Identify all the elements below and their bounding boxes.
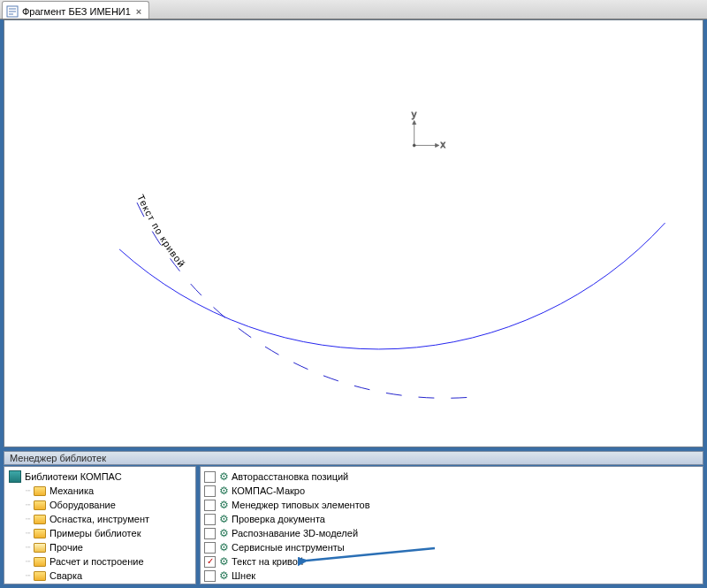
folder-icon bbox=[33, 499, 47, 511]
document-tab[interactable]: Фрагмент БЕЗ ИМЕНИ1 × bbox=[2, 1, 149, 19]
close-icon[interactable]: × bbox=[134, 6, 143, 17]
tree-item-label: Расчет и построение bbox=[49, 556, 144, 567]
folder-icon bbox=[33, 527, 47, 539]
tree-item-label: Прочие bbox=[49, 542, 83, 553]
tree-item-label: Примеры библиотек bbox=[49, 528, 141, 538]
list-item[interactable]: ⚙Проверка документа bbox=[202, 512, 701, 526]
gear-icon: ⚙ bbox=[217, 513, 230, 525]
document-tab-title: Фрагмент БЕЗ ИМЕНИ1 bbox=[22, 6, 131, 17]
list-item[interactable]: ⚙Распознавание 3D-моделей bbox=[202, 526, 701, 540]
tree-item-open[interactable]: ┈Прочие bbox=[6, 540, 194, 554]
checkbox[interactable] bbox=[204, 542, 216, 554]
axis-y-label: y bbox=[412, 109, 417, 119]
document-tab-strip: Фрагмент БЕЗ ИМЕНИ1 × bbox=[0, 0, 707, 19]
axis-indicator: x y bbox=[412, 109, 446, 150]
list-item-label: Сервисные инструменты bbox=[232, 542, 345, 553]
gear-icon: ⚙ bbox=[217, 527, 230, 539]
document-icon bbox=[6, 5, 19, 18]
gear-icon: ⚙ bbox=[217, 569, 230, 582]
tree-item[interactable]: ┈Расчет и построение bbox=[6, 554, 194, 569]
checkbox[interactable] bbox=[204, 528, 216, 539]
checkbox-checked[interactable]: ✓ bbox=[204, 556, 216, 568]
checkbox[interactable] bbox=[204, 485, 216, 497]
folder-open-icon bbox=[33, 541, 47, 554]
tree-item-label: Механика bbox=[49, 485, 94, 496]
curve-arc bbox=[119, 223, 665, 349]
library-list[interactable]: ⚙Авторасстановка позиций ⚙КОМПАС-Макро ⚙… bbox=[200, 466, 703, 584]
drawing-canvas[interactable]: x y Текст по кривой bbox=[4, 19, 703, 447]
list-item-label: Проверка документа bbox=[232, 514, 325, 524]
tree-item[interactable]: ┈Оснастка, инструмент bbox=[6, 512, 194, 526]
list-item[interactable]: ⚙Авторасстановка позиций bbox=[202, 470, 701, 484]
gear-icon: ⚙ bbox=[217, 485, 230, 497]
tree-item[interactable]: ┈Сварка bbox=[6, 569, 194, 583]
list-item[interactable]: ⚙КОМПАС-Макро bbox=[202, 484, 701, 498]
gear-icon: ⚙ bbox=[217, 470, 230, 483]
gear-icon: ⚙ bbox=[217, 555, 230, 568]
list-item[interactable]: ⚙Менеджер типовых элементов bbox=[202, 498, 701, 512]
root-icon bbox=[8, 470, 22, 483]
checkbox[interactable] bbox=[204, 500, 216, 511]
tree-item-label: Оснастка, инструмент bbox=[49, 514, 149, 524]
curve-underline-dashes bbox=[137, 202, 480, 398]
folder-icon bbox=[33, 555, 47, 568]
library-manager-title: Менеджер библиотек bbox=[4, 451, 703, 465]
checkbox[interactable] bbox=[204, 471, 216, 483]
tree-item[interactable]: ┈Оборудование bbox=[6, 498, 194, 512]
gear-icon: ⚙ bbox=[217, 499, 230, 511]
tree-root[interactable]: Библиотеки КОМПАС bbox=[6, 470, 194, 484]
list-item-label: Шнек bbox=[232, 570, 255, 581]
svg-point-5 bbox=[413, 144, 415, 147]
svg-marker-2 bbox=[436, 143, 439, 147]
checkbox[interactable] bbox=[204, 514, 216, 525]
svg-marker-4 bbox=[413, 121, 416, 125]
folder-icon bbox=[33, 569, 47, 582]
tree-root-label: Библиотеки КОМПАС bbox=[25, 471, 122, 482]
checkbox[interactable] bbox=[204, 570, 216, 582]
tree-item-label: Сварка bbox=[49, 570, 82, 581]
list-item-label: Текст на кривой bbox=[232, 556, 303, 567]
list-item-label: КОМПАС-Макро bbox=[232, 485, 305, 496]
list-item[interactable]: ⚙Сервисные инструменты bbox=[202, 540, 701, 554]
list-item-label: Менеджер типовых элементов bbox=[232, 500, 370, 510]
list-item[interactable]: ⚙Шнек bbox=[202, 569, 701, 583]
tree-item[interactable]: ┈Примеры библиотек bbox=[6, 526, 194, 540]
axis-x-label: x bbox=[441, 139, 446, 149]
tree-item-label: Оборудование bbox=[49, 500, 116, 510]
library-manager-body: Библиотеки КОМПАС ┈Механика ┈Оборудовани… bbox=[4, 466, 703, 584]
list-item-checked[interactable]: ✓⚙Текст на кривой bbox=[202, 554, 701, 569]
curved-text: Текст по кривой bbox=[135, 193, 187, 270]
library-tree[interactable]: Библиотеки КОМПАС ┈Механика ┈Оборудовани… bbox=[4, 466, 196, 584]
folder-icon bbox=[33, 485, 47, 497]
list-item-label: Авторасстановка позиций bbox=[232, 471, 348, 482]
tree-item[interactable]: ┈Механика bbox=[6, 484, 194, 498]
folder-icon bbox=[33, 513, 47, 525]
list-item-label: Распознавание 3D-моделей bbox=[232, 528, 358, 538]
gear-icon: ⚙ bbox=[217, 541, 230, 554]
